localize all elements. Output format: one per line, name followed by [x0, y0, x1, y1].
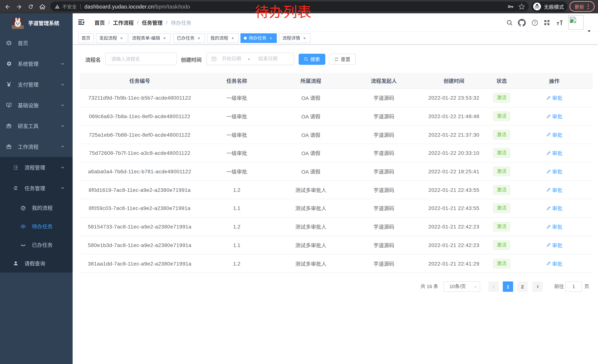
svg-text:?: ?	[533, 21, 536, 25]
